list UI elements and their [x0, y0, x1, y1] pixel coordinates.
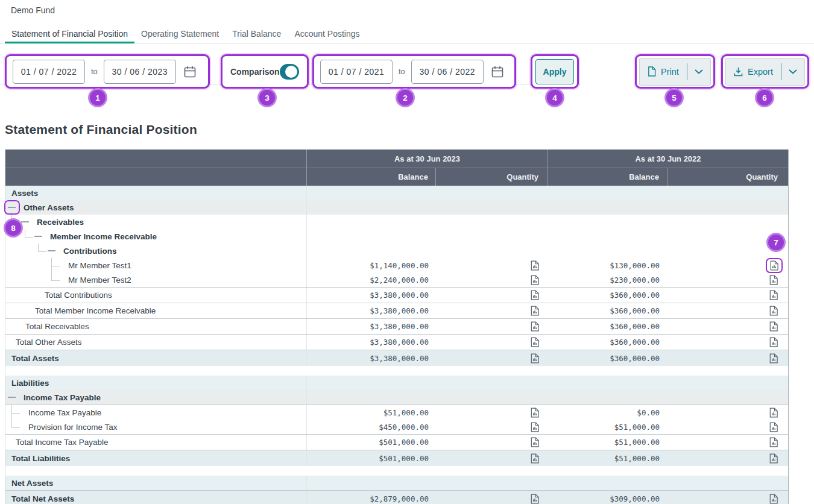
report-document-icon[interactable]: [769, 408, 778, 418]
balance-2023-cell: $2,879,000.00: [307, 491, 436, 504]
row-label-cell: Net Assets: [5, 476, 307, 490]
period-from-input[interactable]: 01 / 07 / 2022: [13, 60, 85, 84]
balance-2022-cell: [548, 376, 667, 390]
table-row: Other Assets: [5, 200, 788, 215]
comparison-date-range: 01 / 07 / 2021 to 30 / 06 / 2022: [312, 54, 516, 89]
annotation-badge-3: 3: [257, 88, 277, 107]
tab-operating-statement[interactable]: Operating Statement: [134, 24, 226, 43]
quantity-2023-cell: [436, 200, 548, 215]
balance-2023-cell: $3,380,000.00: [307, 319, 436, 334]
tab-statement-of-financial-position[interactable]: Statement of Financial Position: [5, 24, 134, 43]
quantity-2023-cell: [436, 420, 548, 434]
report-document-icon[interactable]: [769, 275, 778, 285]
row-label-cell: Total Income Tax Payable: [5, 435, 307, 450]
tree-connector: [51, 272, 60, 281]
report-document-icon[interactable]: [769, 422, 778, 432]
balance-2023-cell: $51,000.00: [307, 405, 436, 420]
collapse-toggle-icon[interactable]: [48, 250, 55, 251]
report-document-icon[interactable]: [531, 275, 539, 285]
quantity-2022-cell: [667, 350, 788, 366]
report-document-icon[interactable]: [531, 437, 539, 447]
comparison-toggle[interactable]: [280, 64, 299, 80]
row-label: Total Member Income Receivable: [5, 306, 156, 315]
column-header-balance-2022: Balance: [548, 168, 667, 186]
report-document-icon[interactable]: [531, 408, 539, 418]
row-label: Mr Member Test2: [5, 276, 131, 285]
row-label: Contributions: [5, 247, 116, 256]
report-document-icon[interactable]: [769, 353, 778, 364]
report-document-icon[interactable]: [531, 337, 539, 347]
report-document-icon[interactable]: [769, 494, 778, 504]
report-document-icon[interactable]: [766, 258, 783, 273]
report-document-icon[interactable]: [531, 306, 539, 316]
report-document-icon[interactable]: [769, 453, 778, 464]
row-label: Total Receivables: [5, 322, 89, 331]
column-header-quantity-2023: Quantity: [436, 168, 548, 186]
balance-2022-cell: $360,000.00: [548, 350, 667, 366]
report-document-icon[interactable]: [769, 437, 778, 447]
collapse-toggle-icon[interactable]: [34, 236, 42, 237]
quantity-2022-cell: [667, 258, 788, 272]
column-group-2023: As at 30 Jun 2023: [307, 150, 548, 168]
report-document-icon[interactable]: [769, 337, 778, 347]
apply-button[interactable]: Apply: [535, 59, 574, 84]
balance-2023-cell: [307, 200, 436, 215]
balance-2022-cell: [548, 186, 667, 200]
table-row: [5, 366, 788, 376]
balance-2023-cell: [307, 244, 436, 258]
tree-connector: [11, 420, 20, 428]
chevron-down-icon: [789, 69, 797, 74]
report-document-icon[interactable]: [769, 290, 778, 300]
balance-2022-cell: [548, 390, 667, 405]
comparison-to-label: to: [399, 67, 405, 76]
quantity-2023-cell: [436, 272, 548, 287]
collapse-toggle-icon[interactable]: [21, 221, 29, 222]
report-document-icon[interactable]: [769, 306, 778, 316]
period-to-input[interactable]: 30 / 06 / 2023: [104, 60, 176, 84]
balance-2023-cell: $501,000.00: [307, 435, 436, 450]
table-row: Assets: [5, 186, 788, 200]
tab-trial-balance[interactable]: Trial Balance: [226, 24, 288, 43]
quantity-2022-cell: [667, 186, 788, 200]
row-label: Provision for Income Tax: [5, 423, 118, 432]
report-document-icon[interactable]: [531, 321, 539, 332]
print-document-icon: [648, 66, 656, 77]
collapse-toggle-icon[interactable]: [8, 397, 16, 398]
comparison-from-input[interactable]: 01 / 07 / 2021: [320, 60, 393, 84]
export-dropdown-button[interactable]: [781, 58, 804, 85]
quantity-2022-cell: [667, 476, 788, 490]
quantity-2022-cell: [667, 319, 788, 334]
calendar-icon[interactable]: [182, 64, 198, 80]
quantity-2023-cell: [436, 229, 548, 244]
print-dropdown-button[interactable]: [687, 58, 710, 85]
comparison-toggle-group: Comparison: [221, 54, 309, 89]
print-button[interactable]: Print: [640, 58, 687, 85]
export-button[interactable]: Export: [726, 58, 781, 85]
period-to-label: to: [91, 67, 98, 76]
tab-account-postings[interactable]: Account Postings: [288, 24, 366, 43]
row-label-cell: Total Other Assets: [5, 335, 307, 350]
apply-button-group: Apply: [531, 54, 579, 89]
calendar-icon[interactable]: [490, 64, 505, 80]
annotation-badge-5: 5: [664, 88, 684, 107]
report-document-icon[interactable]: [531, 260, 539, 271]
quantity-2022-cell: [667, 450, 788, 466]
balance-2023-cell: $2,240,000.00: [307, 272, 436, 287]
row-label: Income Tax Payable: [5, 393, 101, 402]
report-document-icon[interactable]: [531, 353, 539, 364]
comparison-to-input[interactable]: 30 / 06 / 2022: [411, 60, 484, 84]
report-document-icon[interactable]: [531, 290, 539, 300]
report-document-icon[interactable]: [531, 422, 539, 432]
download-icon: [734, 67, 743, 77]
table-row: Mr Member Test2$2,240,000.00$230,000.00: [5, 272, 788, 287]
report-document-icon[interactable]: [769, 321, 778, 332]
table-row: Liabilities: [5, 376, 788, 390]
quantity-2023-cell: [436, 186, 548, 200]
report-document-icon[interactable]: [531, 453, 539, 464]
row-label: Total Liabilities: [5, 454, 70, 463]
quantity-2022-cell: [667, 288, 788, 303]
quantity-2023-cell: [436, 376, 548, 390]
quantity-2023-cell: [436, 288, 548, 303]
balance-2022-cell: $360,000.00: [548, 335, 667, 350]
report-document-icon[interactable]: [531, 494, 539, 504]
